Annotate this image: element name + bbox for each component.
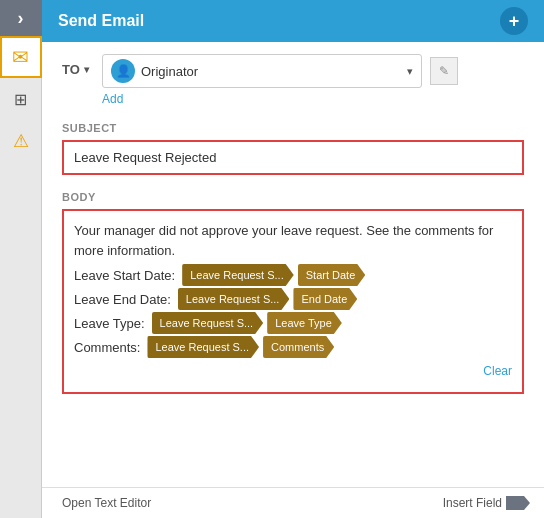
subject-section: SUBJECT [62,122,524,175]
recipient-tag[interactable]: 👤 Originator ▾ [102,54,422,88]
content-area: TO ▾ 👤 Originator ▾ ✎ Add SUBJ [42,42,544,487]
tag-leave-end-source[interactable]: Leave Request S... [178,288,290,310]
recipient-name: Originator [141,64,407,79]
clear-link[interactable]: Clear [74,360,512,382]
sidebar-item-warning[interactable]: ⚠ [0,120,42,162]
insert-field-btn[interactable]: Insert Field [443,496,524,510]
to-label: TO ▾ [62,54,92,77]
add-recipient-link[interactable]: Add [102,92,524,106]
envelope-icon: ✉ [12,45,29,69]
sidebar-collapse-btn[interactable] [0,0,42,36]
body-row-3-prefix: Comments: [74,340,140,355]
recipient-edit-button[interactable]: ✎ [430,57,458,85]
tag-leave-type[interactable]: Leave Type [267,312,342,334]
tag-leave-type-source[interactable]: Leave Request S... [152,312,264,334]
body-row-1: Leave End Date: Leave Request S... End D… [74,288,512,310]
body-row-1-prefix: Leave End Date: [74,292,171,307]
body-section: BODY Your manager did not approve your l… [62,191,524,394]
panel-title: Send Email [58,12,144,30]
edit-icon: ✎ [439,64,449,78]
main-panel: Send Email + TO ▾ 👤 Originator ▾ ✎ [42,0,544,518]
body-row-2: Leave Type: Leave Request S... Leave Typ… [74,312,512,334]
avatar: 👤 [111,59,135,83]
sidebar-item-email[interactable]: ✉ [0,36,42,78]
grid-icon: ⊞ [14,90,27,109]
body-intro-text: Your manager did not approve your leave … [74,221,512,260]
recipient-row: 👤 Originator ▾ ✎ [102,54,524,88]
to-field-row: TO ▾ 👤 Originator ▾ ✎ Add [62,54,524,106]
tag-comments-source[interactable]: Leave Request S... [147,336,259,358]
body-label: BODY [62,191,524,203]
sidebar-item-grid[interactable]: ⊞ [0,78,42,120]
tag-end-date[interactable]: End Date [293,288,357,310]
body-row-2-prefix: Leave Type: [74,316,145,331]
tag-start-date[interactable]: Start Date [298,264,366,286]
body-editor[interactable]: Your manager did not approve your leave … [62,209,524,394]
add-button[interactable]: + [500,7,528,35]
sidebar: ✉ ⊞ ⚠ [0,0,42,518]
open-text-editor-link[interactable]: Open Text Editor [62,496,151,510]
insert-field-label: Insert Field [443,496,502,510]
recipient-dropdown-icon: ▾ [407,65,413,78]
panel-header: Send Email + [42,0,544,42]
to-content: 👤 Originator ▾ ✎ Add [102,54,524,106]
subject-input[interactable] [62,140,524,175]
body-row-0-prefix: Leave Start Date: [74,268,175,283]
insert-field-icon [506,496,524,510]
to-chevron-icon: ▾ [84,64,89,75]
body-row-3: Comments: Leave Request S... Comments [74,336,512,358]
warning-icon: ⚠ [13,130,29,152]
body-row-0: Leave Start Date: Leave Request S... Sta… [74,264,512,286]
subject-label: SUBJECT [62,122,524,134]
tag-leave-start-source[interactable]: Leave Request S... [182,264,294,286]
footer: Open Text Editor Insert Field [42,487,544,518]
tag-comments[interactable]: Comments [263,336,334,358]
